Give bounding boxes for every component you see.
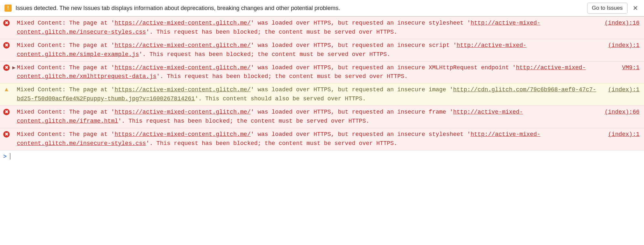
source-link[interactable]: (index):1 [608, 130, 639, 139]
source-link[interactable]: (index):1 [608, 85, 639, 95]
error-icon: ✖ [3, 109, 10, 115]
source-link[interactable]: (index):66 [605, 108, 639, 117]
issues-infobar-text: Issues detected. The new Issues tab disp… [16, 5, 583, 12]
console-message-text: Mixed Content: The page at 'https://acti… [17, 19, 598, 37]
console-prompt[interactable]: > [0, 150, 644, 164]
prompt-cursor [10, 153, 11, 160]
page-url-link[interactable]: https://active-mixed-content.glitch.me/ [114, 64, 250, 71]
close-infobar-button[interactable]: ✕ [631, 4, 639, 12]
console-row: ✖▶Mixed Content: The page at 'https://ac… [0, 106, 644, 128]
page-url-link[interactable]: https://active-mixed-content.glitch.me/ [114, 20, 250, 26]
issues-warning-icon: ! [5, 5, 12, 12]
error-icon: ✖ [3, 42, 10, 49]
expand-caret-icon[interactable]: ▶ [12, 64, 16, 71]
console-row: ✖▶Mixed Content: The page at 'https://ac… [0, 17, 644, 39]
console-message-text: Mixed Content: The page at 'https://acti… [17, 85, 602, 104]
console-message-list: ✖▶Mixed Content: The page at 'https://ac… [0, 17, 644, 150]
warning-icon: ▲ [3, 86, 10, 93]
page-url-link[interactable]: https://active-mixed-content.glitch.me/ [114, 86, 250, 93]
page-url-link[interactable]: https://active-mixed-content.glitch.me/ [114, 42, 250, 49]
source-link[interactable]: VM9:1 [622, 63, 639, 72]
console-message-text: Mixed Content: The page at 'https://acti… [17, 130, 602, 148]
console-message-text: Mixed Content: The page at 'https://acti… [17, 63, 616, 82]
console-row: ✖▶Mixed Content: The page at 'https://ac… [0, 39, 644, 61]
error-icon: ✖ [3, 20, 10, 26]
page-url-link[interactable]: https://active-mixed-content.glitch.me/ [114, 131, 250, 138]
console-row: ✖▶Mixed Content: The page at 'https://ac… [0, 61, 644, 84]
source-link[interactable]: (index):16 [605, 19, 639, 28]
error-icon: ✖ [3, 131, 10, 138]
console-message-text: Mixed Content: The page at 'https://acti… [17, 41, 602, 59]
go-to-issues-button[interactable]: Go to Issues [587, 3, 628, 14]
error-icon: ✖ [3, 64, 10, 71]
console-row: ▲▶Mixed Content: The page at 'https://ac… [0, 83, 644, 106]
source-link[interactable]: (index):1 [608, 41, 639, 50]
console-row: ✖▶Mixed Content: The page at 'https://ac… [0, 128, 644, 150]
prompt-caret-icon: > [3, 153, 7, 160]
issues-infobar: ! Issues detected. The new Issues tab di… [0, 0, 644, 17]
page-url-link[interactable]: https://active-mixed-content.glitch.me/ [114, 109, 250, 115]
console-message-text: Mixed Content: The page at 'https://acti… [17, 108, 598, 126]
